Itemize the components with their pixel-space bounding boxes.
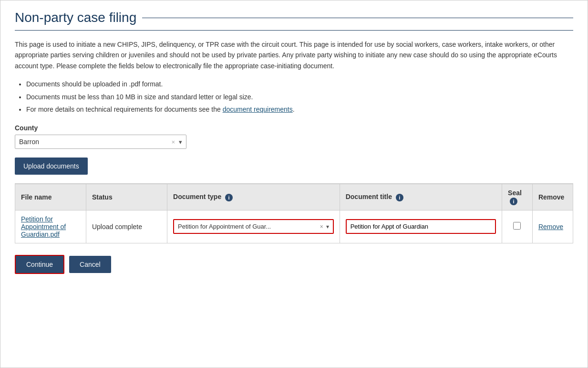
cell-remove: Remove (532, 210, 573, 243)
bullet-size: Documents must be less than 10 MB in siz… (26, 92, 573, 102)
table-row: Petition for Appointment of Guardian.pdf… (15, 210, 573, 243)
th-doctitle: Document title i (340, 184, 502, 210)
doctype-clear-icon[interactable]: × (320, 223, 323, 230)
county-clear-icon[interactable]: × (171, 138, 175, 146)
doctitle-info-icon[interactable]: i (396, 194, 403, 201)
bullet-pdf: Documents should be uploaded in .pdf for… (26, 79, 573, 89)
th-filename: File name (15, 184, 86, 210)
seal-checkbox[interactable] (513, 222, 521, 230)
cell-seal (502, 210, 533, 243)
upload-documents-button[interactable]: Upload documents (15, 158, 88, 175)
document-type-icons: × ▾ (320, 223, 329, 230)
file-table: File name Status Document type i Documen… (15, 184, 573, 243)
requirements-list: Documents should be uploaded in .pdf for… (26, 79, 573, 115)
county-dropdown-icon[interactable]: ▾ (179, 138, 182, 146)
doctype-dropdown-icon[interactable]: ▾ (326, 223, 329, 230)
intro-paragraph: This page is used to initiate a new CHIP… (15, 39, 573, 71)
document-type-value: Petition for Appointment of Guar... (178, 223, 271, 230)
page-title: Non-party case filing (15, 10, 573, 31)
cancel-button[interactable]: Cancel (69, 256, 111, 273)
county-select-icons: × ▾ (171, 138, 182, 146)
seal-info-icon[interactable]: i (510, 198, 517, 205)
county-value: Barron (19, 138, 39, 146)
status-text: Upload complete (92, 223, 142, 231)
table-header-row: File name Status Document type i Documen… (15, 184, 573, 210)
document-requirements-link[interactable]: document requirements (223, 105, 293, 113)
cell-filename: Petition for Appointment of Guardian.pdf (15, 210, 86, 243)
th-seal: Seal i (502, 184, 533, 210)
page-title-text: Non-party case filing (15, 10, 136, 25)
title-divider (142, 18, 573, 18)
file-link[interactable]: Petition for Appointment of Guardian.pdf (21, 215, 66, 238)
action-buttons: Continue Cancel (15, 255, 573, 274)
county-section: County Barron × ▾ (15, 124, 573, 149)
bullet-requirements: For more details on technical requiremen… (26, 104, 573, 115)
th-doctype: Document type i (167, 184, 340, 210)
doctype-info-icon[interactable]: i (225, 194, 233, 201)
remove-link[interactable]: Remove (538, 223, 563, 231)
continue-button[interactable]: Continue (15, 255, 64, 274)
cell-doctype: Petition for Appointment of Guar... × ▾ (167, 210, 340, 243)
cell-doctitle (340, 210, 502, 243)
county-select[interactable]: Barron × ▾ (15, 135, 186, 149)
th-status: Status (86, 184, 167, 210)
cell-status: Upload complete (86, 210, 167, 243)
document-type-select[interactable]: Petition for Appointment of Guar... × ▾ (173, 219, 334, 234)
th-remove: Remove (532, 184, 573, 210)
county-label: County (15, 124, 573, 132)
document-title-input[interactable] (346, 219, 496, 234)
